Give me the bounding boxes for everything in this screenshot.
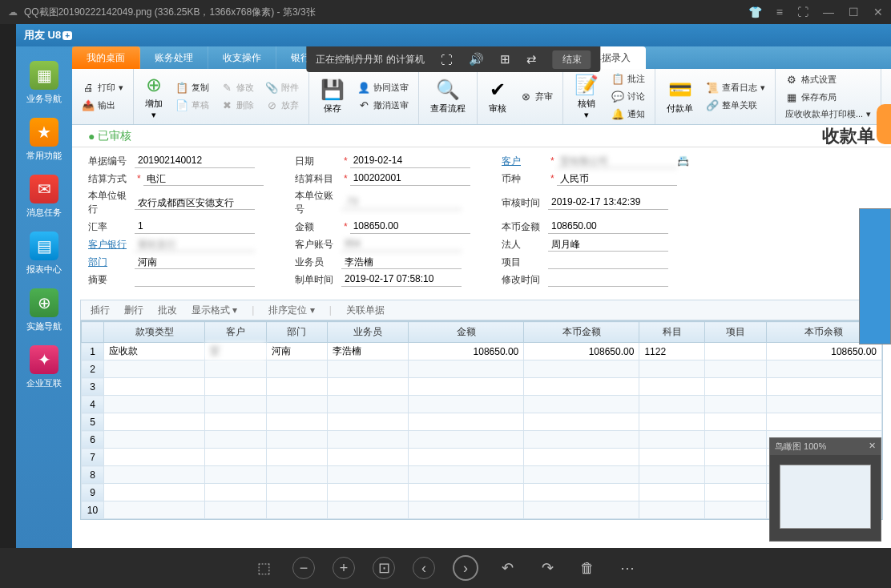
add-button[interactable]: ⊕增加 ▾ [140,72,167,121]
table-row[interactable]: 6 [82,431,882,449]
custbank-value[interactable]: 登封支行 [135,237,255,252]
tab-desktop[interactable]: 我的桌面 [72,46,140,69]
verify-button[interactable]: 📝核销 ▾ [570,72,603,121]
nav-implement[interactable]: ⊕实施导航 [16,282,72,339]
tab-payments[interactable]: 收支操作 [208,46,276,69]
col-sales[interactable]: 业务员 [327,322,408,343]
col-cust[interactable]: 客户 [205,322,266,343]
cancel-button[interactable]: ⊘放弃 [262,98,302,114]
save-layout-button[interactable]: ▦保存布局 [782,89,874,105]
end-remote-button[interactable]: 结束 [553,50,591,69]
nav-reports[interactable]: ▤报表中心 [16,225,72,282]
discuss-button[interactable]: 💬讨论 [608,89,648,105]
table-row[interactable]: 5 [82,413,882,431]
localamt-value[interactable]: 108650.00 [548,219,668,234]
print-button[interactable]: 🖨打印 ▾ [79,80,127,96]
table-row[interactable]: 2 [82,360,882,378]
prev-icon[interactable]: ‹ [413,557,435,579]
col-type[interactable]: 款项类型 [104,322,205,343]
table-row[interactable]: 10 [82,501,882,519]
col-acct[interactable]: 科目 [639,322,705,343]
minimize-icon[interactable]: — [823,6,834,18]
sort-button[interactable]: 排序定位 ▾ [268,304,314,317]
output-button[interactable]: 📤输出 [79,98,127,114]
fit-icon[interactable]: ⊡ [373,557,395,579]
table-row[interactable]: 4 [82,396,882,413]
date-value[interactable]: 2019-02-14 [350,154,470,168]
nav-common[interactable]: ★常用功能 [16,111,72,168]
proj-value[interactable] [548,255,668,269]
nav-business[interactable]: ▦业务导航 [16,54,72,111]
payment-button[interactable]: 💳付款单 [662,72,698,121]
table-row[interactable]: 9 [82,484,882,501]
acct-value[interactable]: 100202001 [350,171,470,186]
custbank-label[interactable]: 客户银行 [88,238,135,252]
notify-button[interactable]: 🔔通知 [608,107,648,123]
batch-edit-button[interactable]: 批改 [158,304,177,317]
transfer-icon[interactable]: ⇄ [526,52,537,66]
view-flow-button[interactable]: 🔍查看流程 [425,72,470,121]
close-thumb-icon[interactable]: ✕ [869,441,876,453]
copy-button[interactable]: 📋复制 [172,80,212,96]
zoom-out-icon[interactable]: − [292,557,315,579]
approve-button[interactable]: 📋批注 [608,71,648,87]
close-icon[interactable]: ✕ [873,6,883,18]
sales-value[interactable]: 李浩楠 [341,255,462,269]
audit-button[interactable]: ✔审核 [484,72,511,121]
co-audit-button[interactable]: 👤协同送审 [354,80,412,96]
attach-button[interactable]: 📎附件 [262,80,302,96]
side-drawer-handle[interactable] [877,104,891,144]
docno-value[interactable]: 201902140012 [135,154,255,168]
save-button[interactable]: 💾保存 [316,72,349,121]
dept-value[interactable]: 河南 [135,255,255,269]
minimap-strip[interactable] [859,208,891,344]
delete-row-button[interactable]: 删行 [124,304,143,317]
print-tmpl-button[interactable]: 应收收款单打印模... ▾ [782,107,874,122]
menu-icon[interactable]: ≡ [776,6,783,18]
table-row[interactable]: 8 [82,466,882,484]
fullscreen-icon[interactable]: ⛶ [797,6,808,18]
rotate-right-icon[interactable]: ↷ [536,557,558,579]
curr-value[interactable]: 人民币 [557,171,677,186]
tshirt-icon[interactable]: 👕 [748,6,762,18]
table-row[interactable]: 3 [82,378,882,396]
col-amount[interactable]: 金额 [409,322,524,343]
col-localamt[interactable]: 本币金额 [524,322,639,343]
cust-label[interactable]: 客户 [502,155,548,168]
cust-value[interactable]: 贸有限公司 [557,154,677,168]
amount-value[interactable]: 108650.00 [350,219,470,234]
birds-eye-panel[interactable]: 鸟瞰图 100%✕ [769,437,881,542]
display-format-button[interactable]: 显示格式 ▾ [192,304,237,317]
col-proj[interactable]: 项目 [705,322,766,343]
summary-value[interactable] [135,272,255,287]
trash-icon[interactable]: 🗑 [576,557,599,579]
lookup-icon[interactable]: 📇 [677,155,689,167]
bank-value[interactable]: 农行成都西区安德支行 [135,195,255,210]
dept-label[interactable]: 部门 [88,256,135,269]
crop-icon[interactable]: ⬚ [252,557,275,579]
delete-button[interactable]: ✖删除 [217,98,257,114]
view-log-button[interactable]: 📜查看日志 ▾ [703,80,768,96]
nav-messages[interactable]: ✉消息任务 [16,168,72,225]
col-dept[interactable]: 部门 [266,322,327,343]
draft-button[interactable]: 📄草稿 [172,98,212,114]
abandon-audit-button[interactable]: ⊗弃审 [516,89,556,105]
related-docs-button[interactable]: 关联单据 [346,304,385,317]
rotate-left-icon[interactable]: ↶ [496,557,518,579]
modify-button[interactable]: ✎修改 [217,80,257,96]
thumbnail-preview[interactable] [780,465,871,529]
format-button[interactable]: ⚙格式设置 [782,71,874,87]
rate-value[interactable]: 1 [135,219,255,234]
more-icon[interactable]: ⋯ [616,557,639,579]
tab-accounting[interactable]: 账务处理 [140,46,208,69]
undo-audit-button[interactable]: ↶撤消送审 [354,98,412,114]
add-screen-icon[interactable]: ⊞ [500,52,510,66]
table-row[interactable]: 1 应收款 贸 河南 李浩楠 108650.00 108650.00 1122 … [82,343,882,360]
custacct-value[interactable]: 954 [341,237,462,252]
expand-icon[interactable]: ⛶ [441,53,453,66]
next-icon[interactable]: › [453,555,478,581]
insert-row-button[interactable]: 插行 [91,304,110,317]
volume-icon[interactable]: 🔊 [469,52,484,66]
legal-value[interactable]: 周月峰 [548,237,668,252]
related-button[interactable]: 🔗整单关联 [703,98,768,114]
